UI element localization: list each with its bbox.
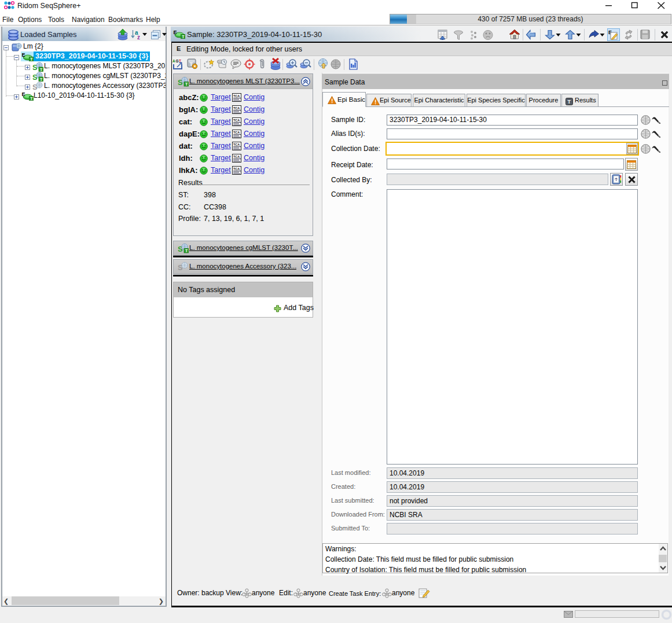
svg-text:TCA: TCA (233, 155, 240, 158)
svg-text:TCA: TCA (233, 94, 240, 98)
svg-text:TCA: TCA (233, 131, 240, 134)
svg-text:T: T (185, 249, 188, 253)
svg-text:T: T (568, 99, 571, 105)
svg-text:T: T (182, 35, 185, 39)
svg-text:E: E (22, 52, 25, 58)
svg-text:T: T (185, 82, 188, 86)
svg-text:T: T (40, 68, 43, 72)
svg-text:G: G (176, 59, 179, 63)
svg-text:T: T (40, 78, 43, 82)
svg-text:T: T (30, 57, 33, 61)
svg-text:E: E (174, 30, 177, 35)
svg-text:TCA: TCA (233, 143, 240, 146)
svg-text:TCA: TCA (233, 106, 240, 110)
svg-text:TCA: TCA (233, 167, 240, 171)
svg-text:E: E (22, 91, 25, 97)
svg-text:T: T (30, 97, 33, 101)
svg-text:A: A (172, 59, 175, 63)
svg-text:TCA: TCA (233, 119, 240, 122)
svg-text:z: z (137, 34, 140, 40)
